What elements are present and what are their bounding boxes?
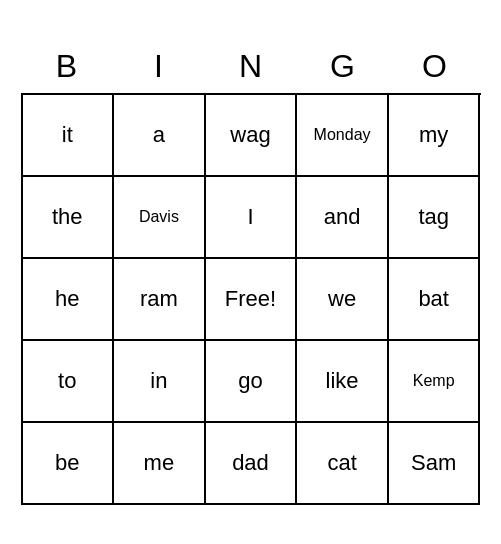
bingo-card: BINGO itawagMondaymytheDavisIandtagheram…	[21, 40, 481, 505]
bingo-cell-4-2: dad	[206, 423, 298, 505]
bingo-row-1: theDavisIandtag	[23, 177, 481, 259]
bingo-cell-0-1: a	[114, 95, 206, 177]
bingo-cell-4-3: cat	[297, 423, 389, 505]
bingo-cell-3-0: to	[23, 341, 115, 423]
bingo-cell-0-0: it	[23, 95, 115, 177]
bingo-cell-1-4: tag	[389, 177, 481, 259]
bingo-cell-2-4: bat	[389, 259, 481, 341]
bingo-cell-1-2: I	[206, 177, 298, 259]
bingo-cell-1-0: the	[23, 177, 115, 259]
bingo-cell-2-0: he	[23, 259, 115, 341]
bingo-header: BINGO	[21, 40, 481, 93]
header-letter-N: N	[205, 40, 297, 93]
bingo-cell-1-1: Davis	[114, 177, 206, 259]
bingo-cell-0-4: my	[389, 95, 481, 177]
bingo-cell-2-1: ram	[114, 259, 206, 341]
bingo-cell-0-3: Monday	[297, 95, 389, 177]
bingo-cell-2-2: Free!	[206, 259, 298, 341]
bingo-grid: itawagMondaymytheDavisIandtagheramFree!w…	[21, 93, 481, 505]
bingo-cell-3-4: Kemp	[389, 341, 481, 423]
bingo-row-3: toingolikeKemp	[23, 341, 481, 423]
bingo-cell-4-4: Sam	[389, 423, 481, 505]
bingo-row-0: itawagMondaymy	[23, 95, 481, 177]
bingo-row-4: bemedadcatSam	[23, 423, 481, 505]
header-letter-O: O	[389, 40, 481, 93]
bingo-cell-2-3: we	[297, 259, 389, 341]
bingo-cell-4-1: me	[114, 423, 206, 505]
bingo-cell-1-3: and	[297, 177, 389, 259]
bingo-cell-3-3: like	[297, 341, 389, 423]
header-letter-I: I	[113, 40, 205, 93]
bingo-cell-3-1: in	[114, 341, 206, 423]
bingo-cell-3-2: go	[206, 341, 298, 423]
bingo-cell-4-0: be	[23, 423, 115, 505]
header-letter-B: B	[21, 40, 113, 93]
bingo-row-2: heramFree!webat	[23, 259, 481, 341]
bingo-cell-0-2: wag	[206, 95, 298, 177]
header-letter-G: G	[297, 40, 389, 93]
